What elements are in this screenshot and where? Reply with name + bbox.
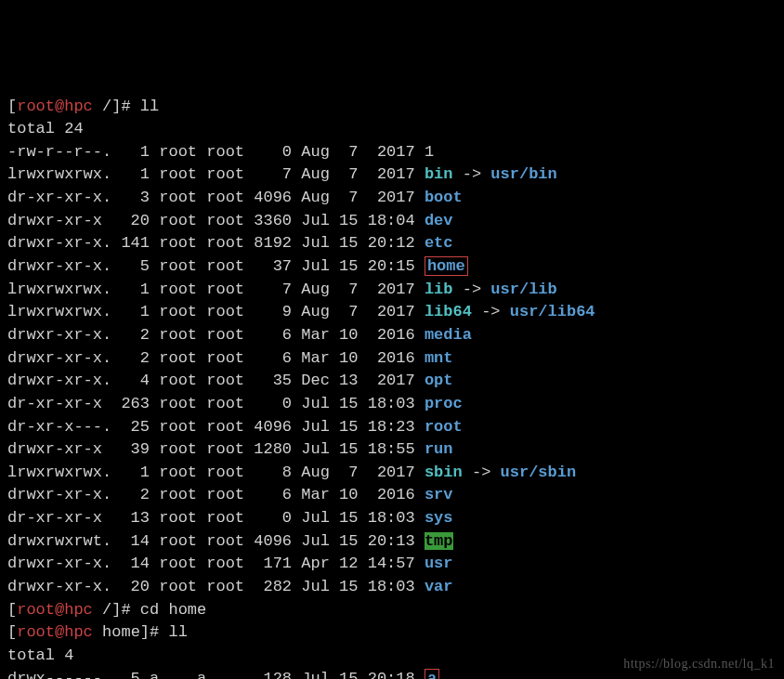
file-row: drwxr-xr-x. 2 root root 6 Mar 10 2016 sr… [7, 484, 777, 507]
prompt-line: [root@hpc home]# ll [7, 621, 777, 645]
file-row: drwxr-xr-x. 2 root root 6 Mar 10 2016 mn… [7, 347, 777, 371]
file-row: lrwxrwxrwx. 1 root root 7 Aug 7 2017 bin… [7, 163, 777, 187]
file-row: -rw-r--r--. 1 root root 0 Aug 7 2017 1 [7, 141, 777, 164]
file-row: drwxr-xr-x. 20 root root 282 Jul 15 18:0… [7, 576, 777, 599]
file-row: drwxr-xr-x. 5 root root 37 Jul 15 20:15 … [7, 255, 777, 279]
file-row: dr-xr-xr-x. 3 root root 4096 Aug 7 2017 … [7, 187, 777, 210]
file-row: dr-xr-x---. 25 root root 4096 Jul 15 18:… [7, 416, 777, 439]
file-row: drwxr-xr-x 20 root root 3360 Jul 15 18:0… [7, 210, 777, 233]
prompt-line: [root@hpc /]# cd home [7, 599, 777, 622]
file-row: drwxrwxrwt. 14 root root 4096 Jul 15 20:… [7, 530, 777, 554]
file-row: lrwxrwxrwx. 1 root root 8 Aug 7 2017 sbi… [7, 462, 777, 485]
prompt-line: [root@hpc /]# ll [7, 96, 777, 119]
terminal-output[interactable]: [root@hpc /]# lltotal 24-rw-r--r--. 1 ro… [7, 96, 777, 679]
file-row: drwxr-xr-x. 4 root root 35 Dec 13 2017 o… [7, 370, 777, 393]
watermark-text: https://blog.csdn.net/lq_k1 [623, 655, 775, 673]
file-row: drwxr-xr-x. 14 root root 171 Apr 12 14:5… [7, 553, 777, 576]
file-row: dr-xr-xr-x 13 root root 0 Jul 15 18:03 s… [7, 507, 777, 530]
total-line: total 24 [7, 118, 777, 141]
file-row: lrwxrwxrwx. 1 root root 7 Aug 7 2017 lib… [7, 279, 777, 302]
file-row: drwxr-xr-x. 141 root root 8192 Jul 15 20… [7, 232, 777, 255]
file-row: drwxr-xr-x. 2 root root 6 Mar 10 2016 me… [7, 324, 777, 347]
file-row: drwxr-xr-x 39 root root 1280 Jul 15 18:5… [7, 438, 777, 462]
file-row: dr-xr-xr-x 263 root root 0 Jul 15 18:03 … [7, 393, 777, 416]
file-row: lrwxrwxrwx. 1 root root 9 Aug 7 2017 lib… [7, 301, 777, 324]
